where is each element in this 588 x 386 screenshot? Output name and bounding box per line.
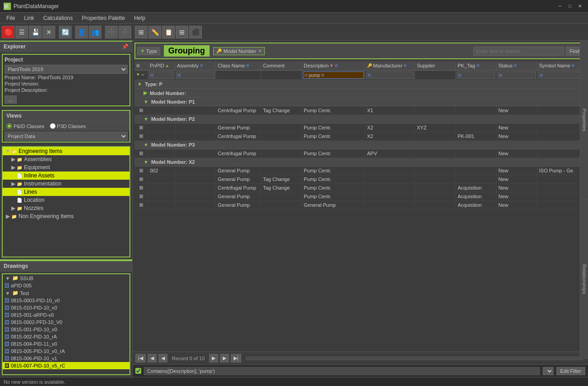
- cell-pnpid: 002: [148, 167, 175, 175]
- tree-item-equipment[interactable]: ▶ 📁 Equipment: [3, 163, 129, 172]
- col-header-supplier[interactable]: Supplier: [415, 61, 456, 70]
- drawing-item-0815-004[interactable]: 🖼 0815-004-PID-11_v0: [3, 340, 129, 348]
- search-box: Find: [473, 47, 583, 56]
- radio-p3d-classes[interactable]: P3D Classes: [50, 123, 86, 129]
- col-header-pktag[interactable]: PK_Tag ⚙: [456, 61, 497, 70]
- group-row-model-p2[interactable]: ▼ Model Number: P2: [134, 115, 586, 124]
- cell-comment: Tag Change: [261, 175, 302, 183]
- col-header-assembly[interactable]: Assembly ⚙: [175, 61, 216, 70]
- drawing-item-0815-001a[interactable]: 🖼 0815-001-aRPD-v0: [3, 311, 129, 319]
- type-selector[interactable]: ▼ Type: [137, 47, 160, 55]
- toolbar-copy[interactable]: 📋: [162, 26, 175, 38]
- menu-properties-palette[interactable]: Properties Palette: [77, 14, 129, 22]
- toolbar-user2[interactable]: 👥: [89, 26, 101, 38]
- tree-item-engineering-items[interactable]: ▼ 📁 Engineering Items: [3, 147, 129, 155]
- tree-arrow: ▼: [5, 276, 11, 281]
- drawing-item-0815-010[interactable]: 🖼 0815-010-PID-10_v0: [3, 304, 129, 311]
- toolbar-grid2[interactable]: ⊞: [176, 26, 188, 38]
- tree-item-assemblies[interactable]: ▶ 📁 Assemblies: [3, 155, 129, 163]
- tab-properties[interactable]: Properties: [580, 41, 588, 200]
- col-header-status[interactable]: Status ⚙: [497, 61, 537, 70]
- page-next[interactable]: ▶: [209, 354, 218, 362]
- left-panel: Explorer 📌 Project PlantTools 2019 Proje…: [0, 41, 133, 377]
- minimize-button[interactable]: ─: [555, 3, 564, 10]
- project-dropdown[interactable]: PlantTools 2019: [5, 65, 128, 74]
- drawing-item-0815-0002[interactable]: 🖼 0815-0002-PFD-10_V0: [3, 319, 129, 326]
- menu-calculations[interactable]: Calculations: [38, 14, 77, 22]
- page-next2[interactable]: ▶: [220, 354, 229, 362]
- tree-item-lines[interactable]: 📄 Lines: [3, 188, 129, 196]
- cell-pktag: [456, 175, 497, 183]
- col-header-description[interactable]: Description ▼ ⚙: [302, 61, 365, 70]
- col-header-classname[interactable]: Class Name ⚙: [216, 61, 261, 70]
- drawing-item-0815-007[interactable]: 🖼 0815-007-PID-10_v5_rC: [3, 362, 129, 369]
- group-arrow: ▼: [143, 99, 148, 105]
- group-row-model-number-empty[interactable]: ▶ Model Number:: [134, 89, 586, 98]
- tree-label: Assemblies: [24, 156, 52, 162]
- toolbar-add2[interactable]: ➕: [119, 26, 131, 38]
- drawing-item-0815-002[interactable]: 🖼 0815-002-PID-10_rA: [3, 333, 129, 340]
- drawing-item-0815-0003[interactable]: 🖼 0815-0003-PID-10_v0: [3, 297, 129, 304]
- group-label: Model Number: X2: [151, 159, 195, 165]
- page-prev2[interactable]: ◀: [158, 354, 167, 362]
- filter-cell-description[interactable]: ⊞ pump ⊞: [302, 71, 365, 80]
- close-button[interactable]: ✕: [575, 3, 584, 10]
- cell-symbolname: [537, 149, 586, 157]
- tree-item-location[interactable]: 📄 Location: [3, 196, 129, 204]
- tree-item-non-engineering-items[interactable]: ▶ 📁 Non Engineering Items: [3, 212, 129, 220]
- filter-active-checkbox[interactable]: [135, 368, 141, 374]
- explorer-pin[interactable]: 📌: [122, 43, 129, 50]
- toolbar-user1[interactable]: 👤: [75, 26, 88, 38]
- menu-help[interactable]: Help: [129, 14, 150, 22]
- group-row-model-p1[interactable]: ▼ Model Number: P1: [134, 98, 586, 106]
- group-row-model-p3[interactable]: ▼ Model Number: P3: [134, 141, 586, 149]
- tree-item-instrumentation[interactable]: ▶ 📁 Instrumentation: [3, 180, 129, 188]
- toolbar-grid[interactable]: ⊞: [135, 26, 148, 38]
- cell-manufacturer: X2: [365, 132, 415, 140]
- toolbar-save[interactable]: 💾: [29, 26, 42, 38]
- search-input[interactable]: [473, 47, 564, 56]
- col-header-comment[interactable]: Comment: [261, 61, 302, 70]
- filter-cell-manufacturer: ⊞: [365, 71, 415, 80]
- menu-link[interactable]: Link: [19, 14, 38, 22]
- tree-item-nozzles[interactable]: ▶ 📁 Nozzles: [3, 204, 129, 212]
- drawing-item-test[interactable]: ▼ 📁 Test: [3, 289, 129, 297]
- horizontal-scrollbar[interactable]: [246, 357, 583, 360]
- edit-filter-button[interactable]: Edit Filter: [556, 367, 585, 375]
- maximize-button[interactable]: □: [565, 3, 574, 10]
- toolbar-add1[interactable]: ➕: [105, 26, 118, 38]
- col-header-manufacturer[interactable]: 🔑 Manufacturer ⚙: [365, 61, 415, 70]
- page-last[interactable]: ▶|: [231, 354, 241, 362]
- toolbar-edit[interactable]: ✏️: [148, 26, 161, 38]
- page-first[interactable]: |◀: [135, 354, 146, 362]
- menu-file[interactable]: File: [2, 14, 19, 22]
- table-row: Centrifugal Pump Pump Centr. APV New: [134, 149, 586, 158]
- toolbar-delete[interactable]: ✕: [43, 26, 55, 38]
- tab-relationships[interactable]: Relationships: [580, 200, 588, 359]
- drawing-item-0815-001b[interactable]: 🖼 0815-001-PID-10_v0: [3, 326, 129, 333]
- col-header-row-num[interactable]: ⊞: [134, 61, 148, 70]
- views-header: Views: [3, 111, 129, 121]
- toolbar-new[interactable]: 🔴: [2, 26, 14, 38]
- group-row-type-p[interactable]: ▼ Type: P: [134, 80, 586, 89]
- drawing-item-ssub[interactable]: ▼ 📁 SSUB: [3, 274, 129, 282]
- group-row-model-x2[interactable]: ▼ Model Number: X2: [134, 158, 586, 167]
- tree-item-inline-assets[interactable]: 📄 Inline Assets: [3, 172, 129, 180]
- views-dropdown[interactable]: Project Data: [5, 132, 128, 141]
- drawing-item-apid005[interactable]: 🖼 aPID 005: [3, 282, 129, 289]
- draw-icon: 🖼: [5, 363, 10, 368]
- page-prev[interactable]: ◀: [148, 354, 157, 362]
- chip-close[interactable]: ✕: [258, 48, 262, 53]
- grouping-chip-model-number[interactable]: 🔑 Model Number ✕: [213, 47, 265, 55]
- radio-pid-classes[interactable]: P&ID Classes: [6, 123, 44, 129]
- project-desc-button[interactable]: ...: [5, 95, 17, 104]
- drawing-item-0815-006[interactable]: 🖼 0815-006-PID-10_v1: [3, 355, 129, 362]
- drawing-item-0815-005[interactable]: 🖼 0815-005-PID-10_v0_rA: [3, 348, 129, 355]
- toolbar-refresh[interactable]: 🔄: [59, 26, 72, 38]
- filter-cell-comment: [261, 71, 302, 80]
- toolbar-list[interactable]: ☰: [15, 26, 28, 38]
- filter-dropdown[interactable]: [543, 367, 554, 375]
- tree-arrow: ▼: [5, 148, 11, 154]
- toolbar-export[interactable]: ⬛: [189, 26, 202, 38]
- col-header-pnpid[interactable]: PnPID ▲: [148, 61, 175, 70]
